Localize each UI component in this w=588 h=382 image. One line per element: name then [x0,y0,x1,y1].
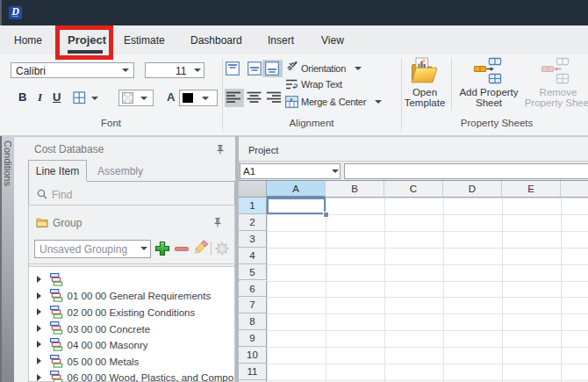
svg-text:ab: ab [285,60,297,72]
